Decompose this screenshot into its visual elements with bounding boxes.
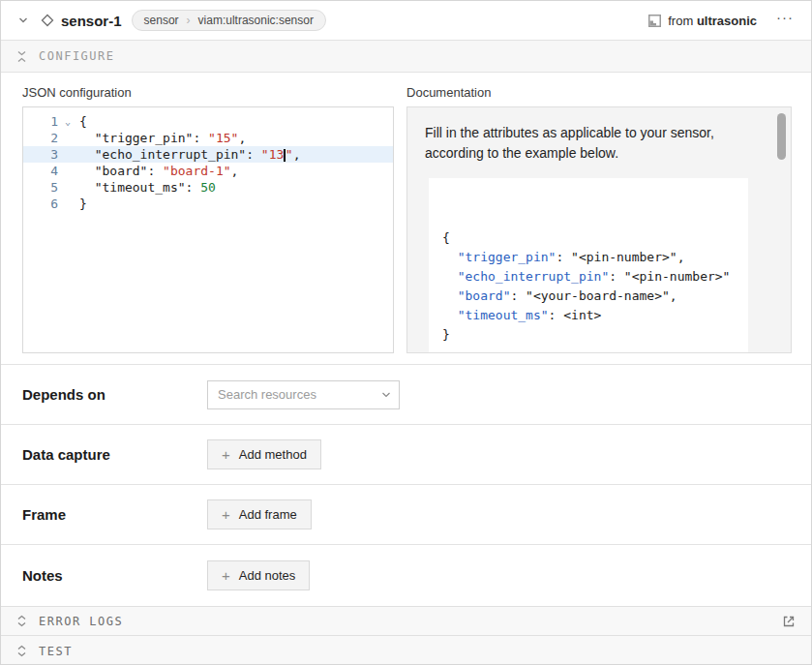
- plus-icon: +: [222, 509, 230, 520]
- fold-chevron-icon: [58, 179, 77, 196]
- editor-line[interactable]: 3 "echo_interrupt_pin": "13",: [23, 146, 393, 163]
- frame-label: Frame: [22, 506, 207, 523]
- overflow-menu-button[interactable]: ···: [767, 13, 797, 28]
- doc-code-line: "echo_interrupt_pin": "<pin-number>": [442, 267, 748, 287]
- code-text: "trigger_pin": "15",: [77, 130, 246, 146]
- fold-chevron-icon: [58, 130, 77, 146]
- badge-type: sensor: [144, 14, 179, 27]
- component-type-badge: sensor › viam:ultrasonic:sensor: [132, 10, 326, 31]
- add-notes-button[interactable]: + Add notes: [207, 560, 310, 590]
- code-text: {: [77, 113, 87, 130]
- code-text: }: [77, 196, 87, 212]
- data-capture-label: Data capture: [22, 446, 207, 463]
- chevron-right-icon: ›: [187, 14, 191, 27]
- module-icon: [648, 15, 661, 27]
- line-number: 1: [23, 113, 58, 130]
- line-number: 4: [23, 163, 58, 179]
- doc-code-line: "timeout_ms": <int>: [442, 306, 748, 325]
- editor-line[interactable]: 2 "trigger_pin": "15",: [23, 130, 393, 146]
- collapse-chevron-icon[interactable]: [15, 12, 32, 29]
- line-number: 3: [23, 146, 58, 163]
- notes-row: Notes + Add notes: [1, 544, 811, 606]
- editor-line[interactable]: 5 "timeout_ms": 50: [23, 179, 393, 196]
- code-text: "echo_interrupt_pin": "13",: [77, 146, 301, 163]
- fold-chevron-icon[interactable]: ⌄: [58, 113, 77, 130]
- doc-code-line: "board": "<your-board-name>",: [442, 287, 748, 306]
- doc-code-line: {: [442, 228, 748, 248]
- line-number: 6: [23, 196, 58, 212]
- fold-chevron-icon: [58, 146, 77, 163]
- test-section-bar[interactable]: TEST: [1, 635, 811, 665]
- badge-model: viam:ultrasonic:sensor: [198, 14, 314, 27]
- configure-section-label: CONFIGURE: [39, 49, 115, 63]
- json-code-editor[interactable]: 1⌄{2 "trigger_pin": "15",3 "echo_interru…: [22, 106, 394, 353]
- component-diamond-icon: [38, 11, 57, 30]
- collapse-section-icon: [16, 50, 27, 63]
- documentation-intro: Fill in the attributes as applicable to …: [425, 123, 766, 164]
- frame-row: Frame + Add frame: [1, 484, 811, 544]
- documentation-panel: Fill in the attributes as applicable to …: [406, 106, 792, 353]
- code-text: "board": "board-1",: [77, 163, 238, 179]
- editor-line[interactable]: 1⌄{: [23, 113, 393, 130]
- depends-on-label: Depends on: [22, 386, 207, 403]
- error-logs-section-bar[interactable]: ERROR LOGS: [1, 606, 811, 635]
- editor-line[interactable]: 6}: [23, 196, 393, 212]
- plus-icon: +: [222, 570, 230, 581]
- fold-chevron-icon: [58, 196, 77, 212]
- component-header: sensor-1 sensor › viam:ultrasonic:sensor…: [1, 1, 811, 41]
- doc-vertical-scrollbar-track: [777, 110, 788, 348]
- expand-section-icon: [16, 615, 27, 627]
- doc-code-lines: { "trigger_pin": "<pin-number>", "echo_i…: [442, 228, 748, 345]
- component-card: sensor-1 sensor › viam:ultrasonic:sensor…: [0, 0, 812, 665]
- notes-label: Notes: [22, 567, 207, 584]
- add-frame-button[interactable]: + Add frame: [207, 499, 312, 529]
- add-method-button[interactable]: + Add method: [207, 439, 321, 469]
- doc-code-line: }: [442, 325, 748, 345]
- json-configuration-label: JSON configuration: [22, 85, 394, 100]
- from-module-text: from ultrasonic: [668, 14, 757, 28]
- configure-content: JSON configuration 1⌄{2 "trigger_pin": "…: [1, 73, 811, 364]
- from-module-link[interactable]: from ultrasonic: [648, 14, 757, 28]
- line-number: 5: [23, 179, 58, 196]
- documentation-label: Documentation: [406, 85, 792, 100]
- fold-chevron-icon: [58, 163, 77, 179]
- depends-on-select[interactable]: [207, 380, 400, 409]
- documentation-code-example: { "trigger_pin": "<pin-number>", "echo_i…: [429, 178, 748, 353]
- doc-vertical-scrollbar[interactable]: [777, 113, 786, 160]
- search-resources-input[interactable]: [207, 380, 400, 409]
- component-name: sensor-1: [61, 13, 122, 29]
- expand-section-icon: [16, 645, 27, 657]
- line-number: 2: [23, 130, 58, 146]
- external-link-icon[interactable]: [782, 615, 796, 628]
- configure-section-bar[interactable]: CONFIGURE: [1, 41, 811, 73]
- depends-on-row: Depends on: [1, 364, 811, 424]
- plus-icon: +: [222, 449, 230, 460]
- editor-line[interactable]: 4 "board": "board-1",: [23, 163, 393, 179]
- error-logs-section-label: ERROR LOGS: [39, 615, 123, 628]
- data-capture-row: Data capture + Add method: [1, 424, 811, 484]
- doc-code-line: "trigger_pin": "<pin-number>",: [442, 248, 748, 267]
- json-editor-lines: 1⌄{2 "trigger_pin": "15",3 "echo_interru…: [23, 113, 393, 212]
- test-section-label: TEST: [39, 645, 73, 658]
- code-text: "timeout_ms": 50: [77, 179, 216, 196]
